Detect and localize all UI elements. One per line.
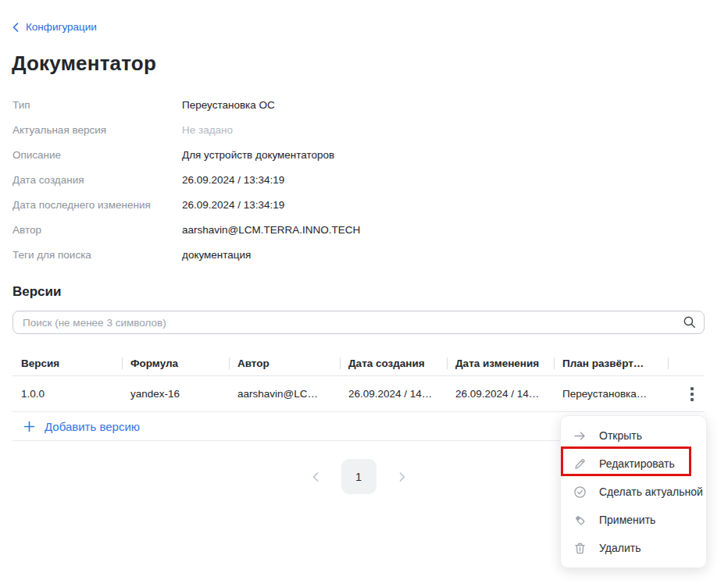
detail-value: 26.09.2024 / 13:34:19: [182, 199, 284, 211]
table-row[interactable]: 1.0.0yandex-16aarshavin@LC…26.09.2024 / …: [12, 376, 705, 412]
back-link-label: Конфигурации: [26, 21, 97, 33]
search-icon[interactable]: [683, 315, 696, 332]
chevron-right-icon: [398, 471, 407, 482]
chevron-left-icon: [12, 23, 19, 32]
details-list: ТипПереустановка ОСАктуальная версияНе з…: [12, 92, 705, 267]
detail-value: Переустановка ОС: [182, 99, 275, 111]
pagination-prev-button[interactable]: [308, 468, 323, 486]
detail-label: Дата создания: [12, 174, 182, 186]
back-link[interactable]: Конфигурации: [12, 21, 97, 33]
menu-item-edit[interactable]: Редактировать: [561, 450, 706, 478]
table-cell: 26.09.2024 / 14…: [340, 388, 447, 400]
detail-value: Для устройств документаторов: [182, 149, 334, 161]
table-cell: Переустановка…: [554, 388, 668, 400]
column-header[interactable]: План развёрт…: [554, 351, 668, 375]
pencil-icon: [573, 457, 587, 471]
plus-icon: [23, 421, 35, 432]
column-header[interactable]: Дата создания: [340, 351, 447, 375]
detail-label: Автор: [12, 224, 182, 236]
check-circle-icon: [573, 486, 587, 499]
page-title: Документатор: [12, 52, 156, 76]
table-cell: 1.0.0: [12, 388, 122, 400]
detail-row: ТипПереустановка ОС: [12, 92, 705, 117]
detail-label: Описание: [12, 149, 182, 161]
table-cell-actions: [668, 382, 705, 406]
detail-label: Актуальная версия: [12, 124, 182, 136]
detail-row: Актуальная версияНе задано: [12, 117, 705, 142]
table-cell: aarshavin@LC…: [229, 388, 340, 400]
menu-item-label: Сделать актуальной: [599, 486, 703, 498]
search-input[interactable]: [12, 311, 705, 334]
column-header[interactable]: Дата изменения: [447, 351, 554, 375]
context-menu: ОткрытьРедактироватьСделать актуальнойПр…: [560, 415, 707, 568]
table-cell: 26.09.2024 / 14…: [447, 388, 554, 400]
kebab-menu-icon[interactable]: [686, 382, 698, 406]
versions-table-header: ВерсияФормулаАвторДата созданияДата изме…: [12, 351, 705, 376]
chevron-left-icon: [311, 471, 320, 482]
menu-item-label: Открыть: [599, 429, 642, 442]
menu-item-open[interactable]: Открыть: [561, 422, 706, 450]
detail-row: Дата последнего изменения26.09.2024 / 13…: [12, 192, 705, 217]
column-header[interactable]: Версия: [12, 351, 122, 375]
column-header-actions: [668, 351, 705, 375]
add-version-label: Добавить версию: [45, 420, 140, 433]
usb-drive-icon: [573, 514, 587, 527]
detail-value: 26.09.2024 / 13:34:19: [182, 174, 284, 186]
menu-item-delete[interactable]: Удалить: [561, 534, 706, 562]
versions-table-body: 1.0.0yandex-16aarshavin@LC…26.09.2024 / …: [12, 376, 705, 412]
detail-label: Теги для поиска: [12, 249, 182, 261]
detail-value: aarshavin@LCM.TERRA.INNO.TECH: [182, 224, 360, 236]
detail-row: Авторaarshavin@LCM.TERRA.INNO.TECH: [12, 217, 705, 242]
detail-value: документация: [182, 249, 251, 261]
pagination-next-button[interactable]: [394, 468, 410, 486]
menu-item-label: Удалить: [599, 542, 641, 554]
menu-item-label: Редактировать: [599, 457, 675, 470]
menu-item-apply[interactable]: Применить: [561, 506, 706, 534]
detail-row: Теги для поискадокументация: [12, 242, 705, 267]
detail-value: Не задано: [182, 124, 233, 136]
table-cell: yandex-16: [122, 388, 229, 400]
detail-row: Дата создания26.09.2024 / 13:34:19: [12, 167, 705, 192]
column-header[interactable]: Автор: [229, 351, 340, 375]
menu-item-label: Применить: [599, 514, 655, 526]
pagination-page-1[interactable]: 1: [341, 459, 376, 494]
search-bar: [12, 311, 705, 334]
detail-label: Тип: [12, 99, 182, 111]
detail-row: ОписаниеДля устройств документаторов: [12, 142, 705, 167]
open-arrow-icon: [573, 429, 587, 443]
versions-heading: Версии: [12, 284, 61, 300]
detail-label: Дата последнего изменения: [12, 199, 182, 211]
column-header[interactable]: Формула: [122, 351, 229, 375]
menu-item-make-actual[interactable]: Сделать актуальной: [561, 478, 706, 506]
trash-icon: [573, 542, 587, 555]
